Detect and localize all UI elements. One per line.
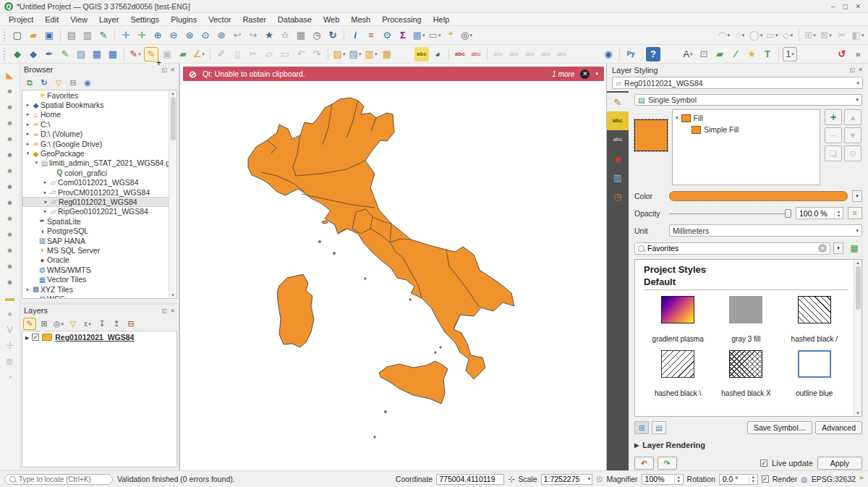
menu-item[interactable]: Edit — [39, 14, 64, 25]
add-group-icon[interactable]: ⊞ — [38, 318, 51, 330]
minimize-icon[interactable]: – — [831, 3, 835, 10]
add-mssql-layer-icon[interactable]: ● — [3, 179, 17, 193]
expander-icon[interactable]: ▸ — [42, 208, 48, 214]
add-polygon-annotation-icon[interactable]: ▰ — [712, 47, 727, 62]
zoom-in-icon[interactable]: ⊕ — [150, 28, 165, 43]
show-bookmarks-icon[interactable]: ☆ — [278, 28, 292, 43]
move-down-button[interactable]: ▼ — [844, 127, 861, 143]
expander-icon[interactable]: ▸ — [25, 141, 31, 147]
spin-arrows-icon[interactable]: ▲▼ — [749, 475, 757, 483]
add-hana-layer-icon[interactable]: ● — [3, 211, 17, 225]
opacity-spinbox[interactable]: ▲▼ — [796, 207, 843, 219]
filter-by-expression-icon[interactable]: ε — [81, 318, 94, 330]
menu-item[interactable]: Web — [318, 14, 345, 25]
remove-symbol-layer-button[interactable]: − — [825, 127, 842, 143]
new-spatialite-layer-icon[interactable]: ✒ — [42, 47, 56, 62]
change-label-icon[interactable]: abc — [539, 47, 553, 62]
undock-panel-icon[interactable]: ◱ — [162, 308, 168, 314]
style-outline-blue[interactable]: outline blue — [780, 350, 848, 397]
menu-item[interactable]: Raster — [237, 14, 271, 25]
expander-icon[interactable]: ▾ — [33, 160, 40, 166]
rotation-input[interactable] — [720, 475, 749, 483]
tab-diagrams[interactable]: ▥ — [607, 168, 629, 187]
measure-icon[interactable]: ▭ — [427, 28, 442, 43]
clear-search-icon[interactable]: ✕ — [818, 244, 827, 253]
add-postgis-layer-icon[interactable]: ● — [3, 163, 17, 177]
current-edits-icon[interactable]: ✎ — [128, 47, 142, 62]
menu-item[interactable]: View — [64, 14, 93, 25]
add-xyz-layer-icon[interactable]: ▬ — [3, 290, 17, 305]
zoom-next-icon[interactable]: ↪ — [246, 28, 260, 43]
identify-features-icon[interactable]: i — [348, 28, 362, 43]
osm-place-search-icon[interactable]: ↺ — [835, 47, 849, 62]
coordinate-input[interactable] — [437, 475, 503, 483]
undo-style-button[interactable]: ↶ — [634, 457, 654, 470]
zoom-out-icon[interactable]: ⊖ — [166, 28, 181, 43]
open-field-calculator-icon[interactable]: ▦ — [380, 47, 394, 62]
select-features-form-icon[interactable]: ▤ — [348, 47, 362, 62]
expander-icon[interactable]: ▸ — [25, 102, 31, 108]
expander-icon[interactable]: ▸ — [42, 179, 48, 185]
list-view-button[interactable]: ▤ — [652, 421, 666, 434]
browser-item-oracle[interactable]: ● Oracle — [22, 255, 176, 265]
symbol-tree-fill-row[interactable]: ▾ Fill — [676, 112, 817, 124]
styling-layer-selector[interactable]: ▱ Reg01012021_WGS84 ▾ — [612, 77, 863, 89]
expander-icon[interactable]: ▾ — [676, 115, 678, 121]
filter-browser-icon[interactable]: ▽ — [52, 77, 65, 89]
browser-item-mssql[interactable]: ◗ MS SQL Server — [22, 245, 176, 255]
style-manager-icon[interactable]: ▦ — [847, 241, 861, 255]
style-hashed-black-x[interactable]: hashed black X — [712, 350, 780, 397]
add-rectangle-icon[interactable]: ▭ — [765, 28, 779, 43]
opacity-slider[interactable] — [669, 208, 791, 219]
move-up-button[interactable]: ▲ — [844, 109, 861, 125]
close-panel-icon[interactable]: ✕ — [170, 67, 175, 73]
color-button[interactable] — [669, 191, 848, 201]
duplicate-symbol-layer-button[interactable]: ❏ — [825, 145, 842, 161]
undock-panel-icon[interactable]: ◱ — [850, 67, 856, 73]
remove-layer-icon[interactable]: ⊟ — [124, 318, 137, 330]
modify-attributes-icon[interactable]: ✐ — [214, 47, 229, 62]
pin-labels-icon[interactable]: abc — [453, 47, 467, 62]
browser-item-drive-d[interactable]: ▸ ▰ D:\ (Volume) — [22, 130, 176, 139]
open-layer-styling-icon[interactable]: ✎ — [23, 318, 36, 330]
collapse-all-icon[interactable]: ↥ — [110, 318, 123, 330]
color-dropdown-icon[interactable]: ▾ — [852, 190, 862, 202]
expander-icon[interactable]: ▸ — [25, 122, 31, 127]
zoom-to-layer-icon[interactable]: ⊚ — [214, 28, 229, 43]
data-defined-override-icon[interactable]: ≡ — [848, 207, 862, 219]
zoom-full-icon[interactable]: ⊛ — [182, 28, 197, 43]
form-annotation-icon[interactable]: 1 — [783, 47, 797, 62]
help-icon[interactable]: ? — [646, 47, 660, 62]
menu-item[interactable]: Settings — [124, 14, 165, 25]
browser-item-wms[interactable]: ◍ WMS/WMTS — [22, 265, 176, 274]
spin-arrows-icon[interactable]: ▲▼ — [834, 209, 843, 218]
attribute-table-icon[interactable]: ▦ — [412, 28, 426, 43]
highlight-labels-icon[interactable]: abc — [469, 47, 483, 62]
curved-label-icon[interactable]: abc — [555, 47, 569, 62]
banner-more-link[interactable]: 1 more — [552, 70, 574, 78]
browser-item-ripgeo[interactable]: ▸ ▱ RipGeo01012021_WGS84 — [22, 207, 176, 216]
browser-item-sap-hana[interactable]: ▥ SAP HANA — [22, 236, 176, 245]
layer-row[interactable]: ▸ ✓ Reg01012021_WGS84 — [22, 331, 176, 343]
messages-icon[interactable]: ❝ — [859, 475, 864, 484]
new-gpx-layer-icon[interactable]: ✎ — [58, 47, 72, 62]
add-vector-layer-icon[interactable]: ● — [3, 83, 17, 98]
new-bookmark-icon[interactable]: ★ — [262, 28, 276, 43]
add-wfs-layer-icon[interactable]: ● — [3, 258, 17, 273]
menu-item[interactable]: Help — [427, 14, 456, 25]
render-checkbox[interactable]: ✓ — [762, 475, 769, 483]
styles-scrollbar[interactable]: ▲▼ — [854, 260, 861, 416]
pan-to-selection-icon[interactable]: ✛ — [135, 28, 149, 43]
expander-icon[interactable]: ▶ — [634, 442, 639, 449]
paste-features-icon[interactable]: ▭ — [278, 47, 292, 62]
locate-input[interactable] — [19, 475, 106, 483]
add-mesh-layer-icon[interactable]: ● — [3, 115, 17, 130]
add-line-annotation-icon[interactable]: ∕ — [728, 47, 743, 62]
advanced-digitizing-icon[interactable]: ∠ — [192, 47, 206, 62]
annotation-layer-icon[interactable]: A — [681, 47, 695, 62]
add-regular-polygon-icon[interactable]: ◇ — [780, 28, 795, 43]
opacity-value[interactable] — [796, 209, 834, 218]
new-print-layout-icon[interactable]: ▤ — [64, 28, 79, 43]
style-gradient-plasma[interactable]: gradient plasma — [644, 296, 712, 343]
metasearch-icon[interactable]: ◉ — [601, 47, 616, 62]
